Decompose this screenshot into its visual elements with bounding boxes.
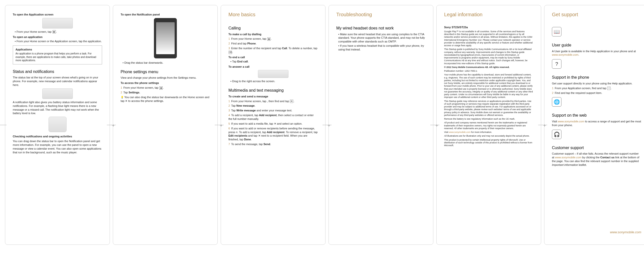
status-bar-illustration (42, 18, 73, 28)
globe-icon: 🌐 (552, 97, 561, 107)
legal-p7: Remove the battery to see regulatory inf… (444, 118, 533, 120)
p-customer-support: Customer support – if all else fails. Ac… (552, 152, 641, 167)
cust-link[interactable]: www.sonymobile.com (555, 156, 581, 159)
model: Sony ST23i/ST23a (444, 25, 533, 29)
h-customer-support: Customer support (552, 145, 641, 151)
msg-icon: ✉ (290, 100, 293, 103)
grid-icon: ▦ (159, 86, 163, 90)
help-small-icon: ? (607, 87, 610, 90)
legal-p2: This Startup guide is published by Sony … (444, 48, 533, 65)
panel-more-basics: More basics Calling To make a call by di… (221, 5, 326, 245)
title-legal: Legal information (444, 11, 533, 18)
applications-box: Applications An application is a phone p… (13, 45, 102, 64)
p-notif-light: A notification light also gives you batt… (13, 100, 102, 115)
panel-legal: Legal information Sony ST23i/ST23a Googl… (436, 5, 541, 245)
steps: 1 From your Home screen, tap ▦. 2 Tap Se… (121, 86, 210, 94)
panel-status: To open the Application screen • From yo… (5, 5, 110, 245)
legal-p6: This Startup guide may reference service… (444, 100, 533, 117)
crop-mark (323, 125, 330, 125)
book-icon: 📖 (552, 27, 561, 36)
p-checking: You can drag down the status bar to open… (13, 139, 102, 154)
end-call: • Tap End call. (230, 60, 318, 63)
legal-p4: Publication number: 1262-7053.1 (444, 70, 533, 72)
legal-p8: All product and company names mentioned … (444, 121, 533, 130)
h-phone-settings: Phone settings menu (121, 69, 210, 75)
p-support-web: Visit www.sonymobile.com to access a ran… (552, 120, 641, 127)
ts-b1: • Make sure the wired headset that you a… (338, 32, 426, 44)
legal-p1: Google Play™ is not available in all cou… (444, 30, 533, 47)
drag-right: • Drag to the right across the screen. (230, 79, 318, 83)
crop-mark (430, 125, 438, 125)
support-steps: 1 From your Application screen, find and… (552, 86, 641, 95)
legal-p3: © 2012 Sony Mobile Communications AB. Al… (444, 66, 533, 69)
box-heading: Applications (16, 48, 99, 51)
legal-p5: Your mobile phone has the capability to … (444, 73, 533, 99)
legal-p10: All illustrations are for illustration o… (444, 135, 533, 137)
panel-settings: To open the Notification panel • Drag th… (113, 5, 218, 245)
title-support: Get support (552, 11, 641, 18)
help-icon: ? (552, 59, 561, 69)
h-make-call: To make a call by dialling (228, 32, 318, 36)
bullet-from-home: • From your Home screen, tap ▦. (15, 30, 102, 34)
p-settings: View and change your phone settings from… (121, 76, 210, 80)
h-end-call: To end a call (228, 55, 318, 59)
title-troubleshooting: Troubleshooting (336, 11, 426, 18)
headset-icon: 🎧 (552, 130, 561, 139)
h-user-guide: User guide (552, 42, 641, 48)
legal-link[interactable]: www.sonymobile.com (449, 131, 471, 133)
p-support-phone: Get user support directly in your phone … (552, 82, 641, 85)
h-status: Status and notifications (13, 69, 102, 74)
crop-mark (538, 125, 546, 125)
panel-troubleshooting: Troubleshooting My wired headset does no… (329, 5, 433, 245)
crop-mark (0, 125, 7, 125)
footer-url: www.sonymobile.com (552, 230, 641, 235)
box-body: An application is a phone program that h… (16, 52, 96, 62)
crop-mark (215, 125, 222, 125)
msg-steps: 1 From your Home screen, tap , then find… (228, 99, 318, 146)
grid-icon: ▦ (267, 37, 270, 41)
answer-slider-illustration (258, 70, 288, 78)
crop-mark (107, 125, 114, 125)
h-open-app-screen: To open the Application screen (13, 13, 102, 16)
h-checking: Checking notifications and ongoing activ… (13, 135, 102, 138)
h-headset: My wired headset does not work (336, 25, 426, 31)
ts-b2: • If you have a wireless headset that is… (338, 44, 426, 51)
h-open-app: To open an application (13, 35, 102, 39)
phone-illustration (154, 18, 177, 58)
legal-p9: Visit www.sonymobile.com for more inform… (444, 131, 533, 134)
guide-link[interactable]: www.sonymobile.com (552, 53, 578, 56)
status-bar-illustration-2 (42, 88, 73, 99)
tip: You can also drag the status bar downwar… (121, 95, 210, 103)
web-link[interactable]: www.sonymobile.com (558, 120, 584, 123)
h-mms: Multimedia and text messaging (228, 88, 318, 93)
h-support-web: Support on the web (552, 113, 641, 118)
bullet-drag: • Drag the status bar downwards. (123, 61, 210, 65)
h-access: To access the phone settings (121, 81, 210, 85)
h-answer: To answer a call (228, 65, 318, 69)
notif-light-illustration (49, 117, 67, 132)
call-steps: 1 From your Home screen, tap ▦. 2 Find a… (228, 37, 318, 54)
h-support-phone: Support in the phone (552, 75, 641, 80)
p-guide: A User guide is available in the Help ap… (552, 49, 641, 57)
title-more-basics: More basics (228, 11, 318, 18)
delete-icon: ⌫ (229, 51, 232, 54)
h-calling: Calling (228, 25, 318, 31)
p-status: The status bar at the top of your screen… (13, 76, 102, 87)
h-create-msg: To create and send a message (228, 95, 318, 98)
bullet-open-app: • From your Home screen or the Applicati… (15, 39, 102, 43)
grid-icon: ▦ (53, 30, 56, 33)
panel-support: Get support 📖 User guide A User guide is… (544, 5, 644, 245)
h-open-notif: To open the Notification panel (121, 13, 210, 16)
legal-p11: This product is protected by certain int… (444, 139, 533, 147)
